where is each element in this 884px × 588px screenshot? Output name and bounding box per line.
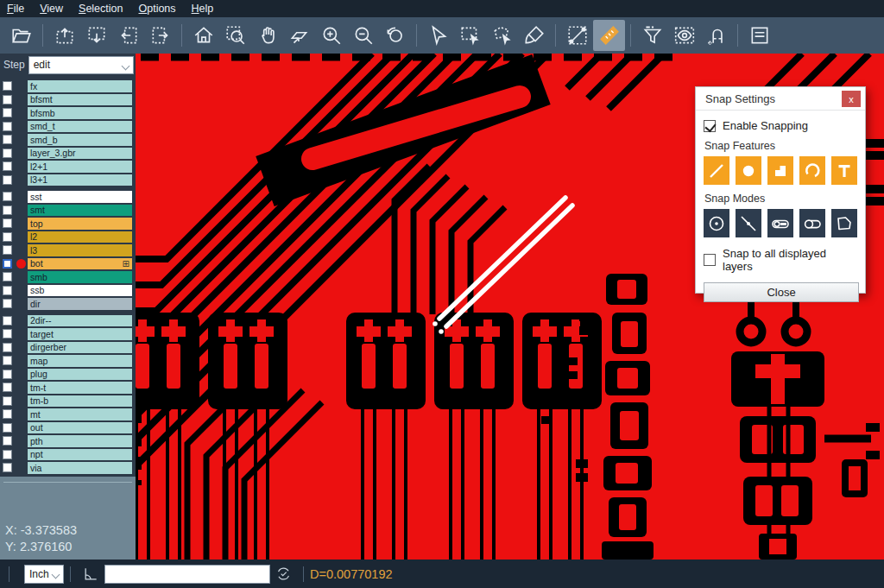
layer-row-mt[interactable]: mt <box>0 408 136 421</box>
select-polygon-button[interactable] <box>486 20 518 51</box>
layer-visibility-checkbox[interactable] <box>3 175 12 185</box>
layer-visibility-checkbox[interactable] <box>3 463 12 472</box>
pan-hand-button[interactable] <box>251 20 283 51</box>
paint-brush-button[interactable] <box>518 20 550 51</box>
snap-mode-slot-end-button[interactable] <box>767 209 793 237</box>
layer-visibility-checkbox[interactable] <box>3 409 12 419</box>
layer-visibility-checkbox[interactable] <box>3 423 12 433</box>
layer-row-smb[interactable]: smb <box>0 270 136 284</box>
menu-item-file[interactable]: File <box>7 3 24 15</box>
layer-label[interactable]: 2dir-- <box>28 315 132 327</box>
layer-visibility-checkbox[interactable] <box>3 149 12 158</box>
step-select[interactable]: edit <box>28 56 134 74</box>
pan-up-button[interactable] <box>48 20 80 51</box>
enable-snapping-row[interactable]: Enable Snapping <box>704 119 857 132</box>
layer-visibility-checkbox[interactable] <box>3 205 12 215</box>
layer-row-sst[interactable]: sst <box>0 190 136 204</box>
layer-label[interactable]: l2+1 <box>28 161 132 173</box>
layer-label[interactable]: fx <box>28 80 132 92</box>
layer-row-l3[interactable]: l3 <box>0 243 136 257</box>
layer-visibility-checkbox[interactable] <box>3 329 12 338</box>
layer-visibility-checkbox[interactable] <box>3 259 12 269</box>
enable-snapping-checkbox[interactable] <box>704 120 716 132</box>
move-view-button[interactable] <box>283 20 315 51</box>
filter-button[interactable] <box>636 20 668 51</box>
layer-visibility-checkbox[interactable] <box>3 356 12 365</box>
layer-label[interactable]: layer_3.gbr <box>28 148 132 160</box>
layer-label[interactable]: sst <box>28 191 132 203</box>
layer-row-npt[interactable]: npt <box>0 448 136 462</box>
measure-distance-button[interactable] <box>561 20 593 51</box>
layer-row-smd_t[interactable]: smd_t <box>0 120 136 134</box>
grid-icon[interactable]: ⊞ <box>123 259 129 269</box>
layer-visibility-checkbox[interactable] <box>3 396 12 406</box>
layer-row-l3+1[interactable]: l3+1 <box>0 174 136 187</box>
layer-visibility-checkbox[interactable] <box>3 299 12 308</box>
layer-row-plug[interactable]: plug <box>0 368 136 382</box>
layer-visibility-checkbox[interactable] <box>3 450 12 459</box>
layer-label[interactable]: bfsmb <box>28 107 132 119</box>
zoom-window-button[interactable] <box>219 20 251 51</box>
layer-label[interactable]: l2 <box>28 231 132 243</box>
layer-row-l2[interactable]: l2 <box>0 231 136 244</box>
layer-row-target[interactable]: target <box>0 327 136 341</box>
snap-feature-text-button[interactable] <box>831 156 857 185</box>
command-input[interactable] <box>104 565 270 584</box>
layer-visibility-checkbox[interactable] <box>3 95 12 104</box>
layer-label[interactable]: plug <box>28 369 132 381</box>
angle-tool-button[interactable] <box>82 566 99 583</box>
view-options-button[interactable] <box>668 20 700 51</box>
layer-visibility-checkbox[interactable] <box>3 316 12 326</box>
zoom-in-button[interactable] <box>315 20 347 51</box>
refresh-check-button[interactable] <box>275 566 292 582</box>
snap-all-layers-checkbox[interactable] <box>704 254 716 266</box>
layer-label[interactable]: pth <box>28 435 132 447</box>
layer-form-button[interactable] <box>743 20 775 51</box>
layer-row-bfsmt[interactable]: bfsmt <box>0 93 136 107</box>
snap-feature-pad-button[interactable] <box>736 156 761 185</box>
layer-row-tm-t[interactable]: tm-t <box>0 381 136 395</box>
layer-label[interactable]: tm-b <box>28 395 132 408</box>
snap-all-layers-row[interactable]: Snap to all displayed layers <box>704 247 857 273</box>
dialog-close-action-button[interactable]: Close <box>704 282 859 302</box>
layer-visibility-checkbox[interactable] <box>3 383 12 392</box>
layer-visibility-checkbox[interactable] <box>3 245 12 255</box>
layer-row-bfsmb[interactable]: bfsmb <box>0 106 136 120</box>
layer-label[interactable]: dir <box>28 298 132 310</box>
layer-row-via[interactable]: via <box>0 461 136 475</box>
select-rectangle-button[interactable] <box>454 20 486 51</box>
pan-down-button[interactable] <box>80 20 112 51</box>
layer-visibility-checkbox[interactable] <box>3 370 12 379</box>
layer-label[interactable]: mt <box>28 408 132 420</box>
layer-visibility-checkbox[interactable] <box>3 135 12 144</box>
layer-visibility-checkbox[interactable] <box>3 192 12 201</box>
layer-visibility-checkbox[interactable] <box>3 436 12 446</box>
layer-row-ssb[interactable]: ssb <box>0 284 136 298</box>
layer-label[interactable]: tm-t <box>28 382 132 394</box>
layer-visibility-checkbox[interactable] <box>3 343 12 352</box>
layer-label[interactable]: map <box>28 355 132 367</box>
layer-row-bot[interactable]: bot⊞ <box>0 257 136 271</box>
zoom-previous-button[interactable] <box>379 20 411 51</box>
layer-label[interactable]: smb <box>28 271 132 283</box>
layer-visibility-checkbox[interactable] <box>3 108 12 117</box>
layer-row-l2+1[interactable]: l2+1 <box>0 160 136 174</box>
layer-label[interactable]: target <box>28 328 132 340</box>
layer-visibility-checkbox[interactable] <box>3 161 12 171</box>
layer-row-pth[interactable]: pth <box>0 434 136 448</box>
layer-label[interactable]: l3 <box>28 244 132 256</box>
dialog-close-button[interactable]: x <box>842 91 861 107</box>
open-folder-button[interactable] <box>5 20 37 51</box>
layer-label[interactable]: l3+1 <box>28 174 132 187</box>
layer-row-layer_3.gbr[interactable]: layer_3.gbr <box>0 147 136 161</box>
zoom-out-button[interactable] <box>347 20 379 51</box>
layer-visibility-checkbox[interactable] <box>3 286 12 295</box>
layer-row-out[interactable]: out <box>0 421 136 435</box>
snap-mode-line-point-button[interactable] <box>736 209 761 237</box>
layer-row-2dir--[interactable]: 2dir-- <box>0 314 136 328</box>
layer-label[interactable]: smt <box>28 205 132 217</box>
menu-item-options[interactable]: Options <box>138 3 175 15</box>
layer-visibility-checkbox[interactable] <box>3 272 12 281</box>
layer-row-dir[interactable]: dir <box>0 297 136 311</box>
home-view-button[interactable] <box>187 20 219 51</box>
